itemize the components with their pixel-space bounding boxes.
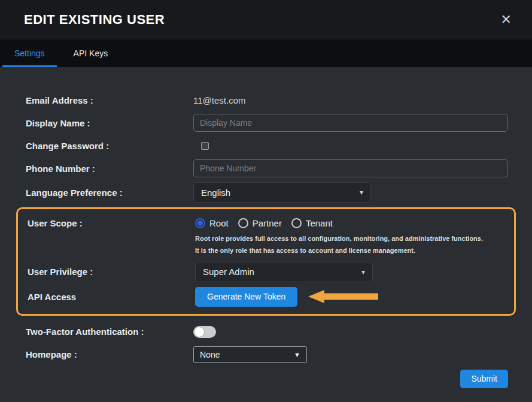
phone-row: Phone Number :: [26, 159, 508, 177]
settings-form: Email Address : 11@test.com Display Name…: [0, 67, 532, 388]
help-line-1: Root role provides full access to all co…: [195, 232, 506, 244]
user-privilege-label: User Privilege :: [28, 267, 195, 277]
tab-api-keys-label: API Keys: [74, 49, 108, 58]
email-label: Email Address :: [26, 95, 193, 105]
phone-input[interactable]: [193, 159, 508, 177]
language-label: Language Preference :: [26, 188, 193, 198]
edit-user-modal: EDIT EXISTING USER ✕ Settings API Keys E…: [0, 0, 532, 402]
language-dropdown[interactable]: English ▾: [193, 182, 371, 202]
chevron-down-icon: ▾: [360, 188, 363, 197]
select-arrow-icon: ▼: [294, 351, 300, 358]
radio-icon: [195, 218, 205, 228]
modal-title: EDIT EXISTING USER: [24, 12, 165, 28]
user-scope-row: User Scope : Root Partner Tenant: [28, 215, 506, 231]
modal-footer: Submit: [26, 370, 508, 388]
close-icon[interactable]: ✕: [501, 13, 512, 26]
two-factor-row: Two-Factor Authentication :: [26, 323, 508, 341]
display-name-row: Display Name :: [26, 114, 508, 132]
toggle-knob: [194, 327, 204, 337]
tab-settings[interactable]: Settings: [0, 40, 59, 67]
tab-api-keys[interactable]: API Keys: [59, 40, 123, 67]
radio-icon: [291, 218, 302, 228]
display-name-label: Display Name :: [26, 118, 193, 128]
homepage-select[interactable]: None ▼: [193, 346, 307, 363]
user-privilege-dropdown[interactable]: Super Admin ▾: [195, 262, 373, 282]
email-row: Email Address : 11@test.com: [26, 91, 508, 109]
user-privilege-row: User Privilege : Super Admin ▾: [28, 262, 506, 282]
user-scope-radio-root[interactable]: Root: [195, 218, 229, 228]
tab-bar: Settings API Keys: [0, 40, 532, 67]
homepage-value: None: [200, 350, 220, 359]
user-privilege-value: Super Admin: [203, 267, 254, 277]
tab-settings-label: Settings: [14, 49, 45, 58]
change-password-checkbox[interactable]: [201, 142, 209, 150]
two-factor-label: Two-Factor Authentication :: [26, 327, 193, 337]
modal-header: EDIT EXISTING USER ✕: [0, 0, 532, 40]
api-access-row: API Access Generate New Token: [28, 287, 506, 307]
change-password-label: Change Password :: [26, 141, 193, 151]
user-scope-label: User Scope :: [28, 218, 195, 228]
submit-button[interactable]: Submit: [460, 370, 508, 388]
radio-icon: [238, 218, 248, 228]
phone-label: Phone Number :: [26, 164, 193, 174]
homepage-row: Homepage : None ▼: [26, 346, 508, 364]
user-scope-radio-partner[interactable]: Partner: [238, 218, 282, 228]
help-line-2: It is the only role that has access to a…: [195, 244, 506, 256]
api-access-label: API Access: [28, 292, 195, 302]
display-name-input[interactable]: [193, 114, 508, 132]
homepage-label: Homepage :: [26, 349, 193, 359]
user-scope-radio-group: Root Partner Tenant: [195, 218, 342, 228]
user-scope-help-text: Root role provides full access to all co…: [195, 232, 506, 257]
user-scope-radio-tenant[interactable]: Tenant: [291, 218, 333, 228]
annotation-arrow-icon: [308, 288, 379, 305]
change-password-row: Change Password :: [26, 137, 508, 155]
email-value: 11@test.com: [193, 95, 245, 105]
generate-token-button[interactable]: Generate New Token: [195, 287, 297, 307]
language-value: English: [201, 188, 230, 198]
two-factor-toggle[interactable]: [193, 326, 216, 338]
chevron-down-icon: ▾: [361, 268, 365, 276]
user-scope-highlight-box: User Scope : Root Partner Tenant: [16, 207, 516, 316]
language-row: Language Preference : English ▾: [26, 182, 508, 202]
